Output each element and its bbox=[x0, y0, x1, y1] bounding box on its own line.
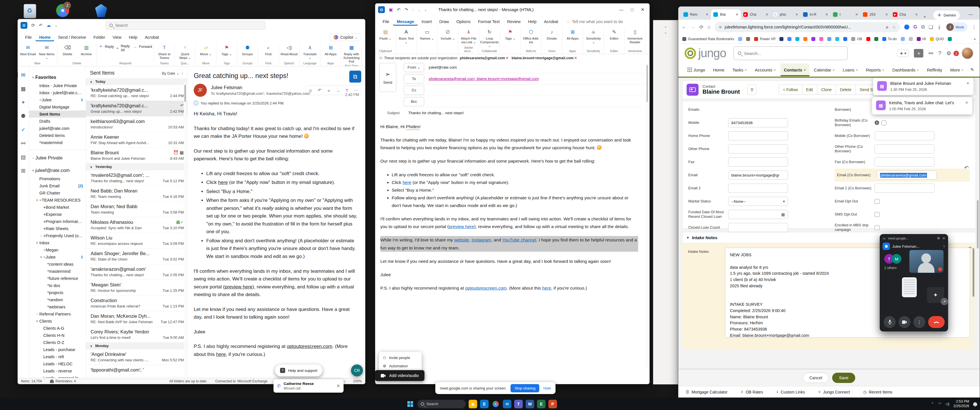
folder--expense[interactable]: +Expense bbox=[29, 211, 86, 218]
mail-rail-icon[interactable]: ✉ bbox=[20, 71, 27, 79]
app-launcher-icon[interactable] bbox=[687, 67, 692, 72]
folder-inbox[interactable]: ∨Inbox bbox=[29, 239, 86, 246]
reply-icon[interactable]: ↶ bbox=[315, 86, 324, 94]
browser-tab[interactable]: Rem✕ bbox=[681, 10, 711, 20]
email-list-item[interactable]: 'kraftykeisha720@gmail.c...Great catchin… bbox=[86, 101, 187, 116]
close-icon[interactable]: ✕ bbox=[965, 100, 968, 111]
reminder-notification[interactable]: ▦ Keisha, Travis and Julee chat: Let's1:… bbox=[872, 97, 972, 114]
close-tab-icon[interactable]: ✕ bbox=[706, 13, 708, 16]
email-list-item[interactable]: 'arrakrisrazon@gmail.com'Thanks for chat… bbox=[86, 264, 187, 280]
downloads-icon[interactable]: ⭳ bbox=[937, 24, 942, 30]
checkbox[interactable] bbox=[881, 121, 886, 125]
outlook-search-input[interactable]: Search bbox=[106, 21, 265, 30]
folder--to-dos[interactable]: *to dos bbox=[29, 282, 86, 289]
loop-components-button[interactable]: ↻Loop Components ⌄ bbox=[481, 29, 498, 48]
follow-button[interactable]: + Follow bbox=[779, 84, 802, 95]
bookmark-item[interactable] bbox=[835, 37, 839, 41]
include-button[interactable]: ∅Include ⌄ bbox=[439, 29, 457, 40]
cloud-icon[interactable]: ☁ bbox=[46, 23, 51, 28]
clone-button[interactable]: Clone bbox=[817, 84, 836, 95]
save-icon[interactable]: ▣ bbox=[389, 7, 393, 12]
text-input[interactable]: blaine.brount+mortgage@gr bbox=[728, 170, 788, 180]
user-avatar[interactable] bbox=[961, 47, 974, 59]
favorites-icon[interactable]: ★ ▾ bbox=[897, 49, 909, 57]
stop-sharing-button[interactable]: Stop sharing bbox=[511, 384, 539, 393]
folder--megan[interactable]: ~Megan bbox=[29, 246, 86, 253]
participants-icon[interactable]: ⚉ bbox=[883, 243, 890, 250]
bookmark-item[interactable] bbox=[874, 37, 878, 41]
textarea-scrollbar[interactable] bbox=[972, 245, 975, 347]
bookmark-item[interactable] bbox=[746, 37, 750, 41]
from-value[interactable]: juleef@rate.com bbox=[429, 65, 457, 70]
from-button[interactable]: From ⌄ bbox=[404, 63, 424, 72]
folder-juleef-rate-com[interactable]: juleef@rate.com bbox=[29, 125, 86, 132]
folder-julee-private[interactable]: ›Julee Private bbox=[29, 153, 86, 162]
notifications-blocked-icon[interactable]: ⌀ bbox=[886, 25, 888, 29]
sensitivity-button[interactable]: ◈Sensitivity ⌄ bbox=[585, 29, 602, 44]
bcc-button[interactable]: Bcc bbox=[404, 97, 424, 106]
camera-button[interactable] bbox=[899, 316, 910, 328]
ribbon-tab-home[interactable]: Home bbox=[36, 33, 54, 41]
folder-leads-purchase[interactable]: Leads - purchase bbox=[29, 346, 86, 353]
folder-inbox-julee-private[interactable]: Inbox - Julee Private bbox=[29, 82, 86, 89]
ribbon-tab-format-text[interactable]: Format Text bbox=[475, 17, 503, 25]
browser-tab[interactable]: In-R✕ bbox=[801, 10, 830, 20]
utility-jungo-connect[interactable]: ⚡Jungo Connect bbox=[818, 390, 850, 394]
chrome-taskbar-icon[interactable] bbox=[492, 400, 500, 408]
reply-all-icon[interactable]: « bbox=[325, 86, 333, 94]
outlook-taskbar-icon[interactable]: ✉ bbox=[503, 400, 511, 408]
site-info-icon[interactable]: ⊜ bbox=[719, 25, 722, 29]
close-tab-icon[interactable]: ✕ bbox=[735, 13, 738, 16]
jungo-search-input[interactable]: Search... bbox=[733, 46, 848, 60]
new-items-button[interactable]: ✉New Items ⌄ bbox=[38, 44, 55, 60]
email-list-item[interactable]: 'Angel Drinkwine'RE: Connecting with new… bbox=[86, 350, 187, 365]
undo-field-icon[interactable]: ↶ bbox=[964, 165, 969, 171]
groups-button[interactable]: ⚉Groups bbox=[239, 44, 256, 56]
bookmark-item[interactable] bbox=[738, 37, 742, 41]
back-icon[interactable]: ← bbox=[682, 24, 687, 30]
folder-juleef-rate-com[interactable]: ∨juleef@rate.com bbox=[29, 165, 86, 175]
folder-leads-personal-loan[interactable]: Leads - personal loan bbox=[29, 374, 86, 378]
folder-gr-chatter[interactable]: GR Chatter bbox=[29, 189, 86, 197]
bookmark-item[interactable] bbox=[795, 37, 799, 41]
close-icon[interactable]: ✕ bbox=[942, 236, 945, 240]
save-button[interactable]: Save bbox=[832, 373, 855, 383]
folder-leads-heloc[interactable]: Leads - HELOC bbox=[29, 360, 86, 367]
gemini-g-icon[interactable]: G bbox=[913, 24, 917, 30]
copilot-rail-icon[interactable]: ✦ bbox=[20, 99, 27, 106]
taskbar-search[interactable]: Search bbox=[417, 400, 466, 408]
email-list-item[interactable]: Blaine BrountBlaine Brount and Julee Fel… bbox=[86, 148, 187, 164]
bookmark-item[interactable] bbox=[843, 37, 847, 41]
home-icon[interactable]: ⌂ bbox=[707, 24, 710, 30]
ribbon-tab-review[interactable]: Review bbox=[504, 17, 524, 25]
add-video-audio-button[interactable]: Add video/audio bbox=[375, 370, 425, 381]
folder--bond-market[interactable]: +Bond Market bbox=[29, 203, 86, 211]
edge-taskbar-icon[interactable]: E bbox=[480, 400, 488, 408]
move-button[interactable]: ▱Move ⌄ bbox=[197, 44, 215, 56]
reply-button[interactable]: ↶Reply bbox=[99, 44, 114, 49]
reminder-notification[interactable]: ▦ Blaine Brount and Julee Felsman1:30 PM… bbox=[873, 78, 974, 95]
ribbon-tab-insert[interactable]: Insert bbox=[418, 17, 435, 25]
bookmark-item[interactable] bbox=[901, 37, 905, 41]
email-list-item[interactable]: 'Meagan Stein'RE: Invoice for sponsorshi… bbox=[86, 280, 187, 296]
wifi-icon[interactable]: ◠ bbox=[938, 402, 941, 406]
orgs-icon[interactable]: ⚯ bbox=[928, 50, 933, 57]
share-to-teams-button[interactable]: TShare to Teams bbox=[156, 44, 173, 60]
text-input[interactable]: --None--▾ bbox=[728, 197, 788, 206]
email-list-item[interactable]: Adam Shoger; Jennifer Be...RE: State of … bbox=[86, 249, 187, 264]
side-panel-icon[interactable]: ❏ bbox=[929, 24, 933, 30]
tasks-rail-icon[interactable]: ▤ bbox=[20, 153, 27, 161]
translate-button[interactable]: ＡTranslate ⌄ bbox=[301, 44, 318, 60]
nav-item-reffinity[interactable]: Reffinity bbox=[923, 64, 945, 76]
folder-clients-h-n[interactable]: Clients H-N bbox=[29, 332, 86, 339]
email-list-item[interactable]: Dan Moran; McKenzie Dyh...RE: Ned Babb A… bbox=[86, 311, 187, 327]
nav-item-calendar[interactable]: Calendar∨ bbox=[810, 64, 838, 76]
names-button[interactable]: ▭Names ⌄ bbox=[418, 29, 436, 40]
utility-recent-items[interactable]: ◷Recent Items bbox=[863, 390, 892, 394]
quick-create-icon[interactable]: ＋ bbox=[914, 49, 923, 57]
nav-item-reports[interactable]: Reports∨ bbox=[862, 64, 888, 76]
text-input[interactable]: phidesaraneta@gmail.com bbox=[877, 170, 937, 180]
delete-button[interactable]: ⌫Delete bbox=[59, 44, 76, 56]
folder--mastermind[interactable]: *mastermind bbox=[29, 268, 86, 275]
bookmark-item[interactable] bbox=[788, 37, 791, 41]
